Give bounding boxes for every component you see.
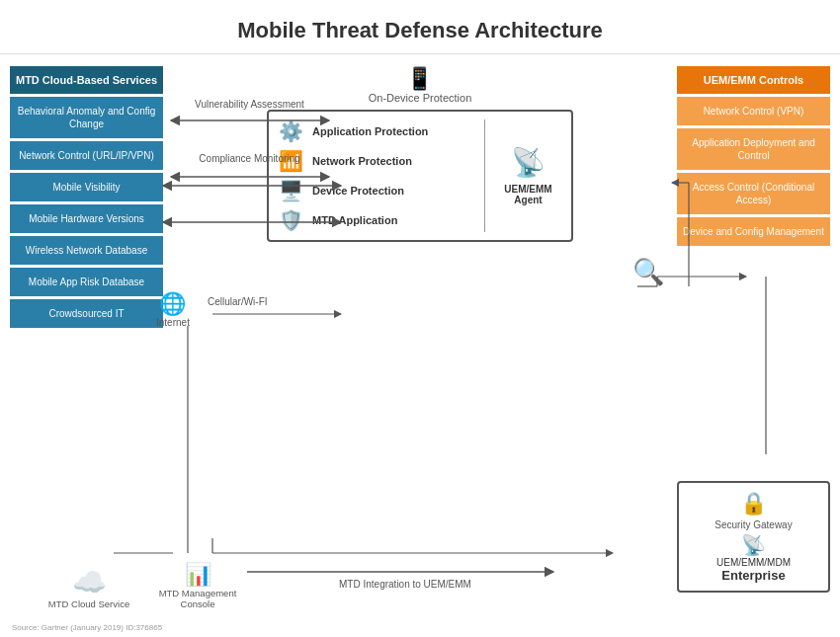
vuln-row: Vulnerability Assessment Compliance Moni… (158, 99, 341, 184)
search-globe-icon: 🔍 (632, 257, 664, 287)
protection-item-3: 🛡️ MTD Application (277, 208, 476, 232)
cloud-service-label: MTD Cloud Service (48, 598, 129, 609)
agent-signal-icon: 📡 (511, 146, 546, 179)
right-panel-item-3: Device and Config Management (677, 217, 830, 246)
wifi-icon-enterprise: 📡 (741, 533, 766, 557)
agent-box: 📡 UEM/EMM Agent (484, 119, 563, 232)
phone-icon: 📱 (406, 66, 433, 92)
left-panel-item-1: Network Control (URL/IP/VPN) (10, 141, 163, 170)
bottom-row: ☁️ MTD Cloud Service 📊 MTD Management Co… (20, 562, 563, 609)
compliance-label: Compliance Monitoring (158, 153, 341, 164)
right-panel-header: UEM/EMM Controls (677, 66, 830, 94)
chart-icon: 📊 (185, 562, 211, 588)
on-device-text: On-Device Protection (369, 92, 472, 104)
prot-label-2: Device Protection (312, 185, 404, 197)
vuln-label: Vulnerability Assessment (158, 99, 341, 110)
page: Mobile Threat Defense Architecture MTD C… (0, 0, 840, 637)
left-panel-item-2: Mobile Visibility (10, 173, 163, 201)
left-panel: MTD Cloud-Based Services Behavioral Anom… (10, 66, 163, 632)
enterprise-box: 🔒 Security Gateway 📡 UEM/EMM/MDM Enterpr… (677, 481, 830, 593)
source-text: Source: Gartner (January 2019) ID:376865 (12, 623, 162, 632)
integration-area: MTD Integration to UEM/EMM (247, 565, 563, 609)
left-panel-item-6: Crowdsourced IT (10, 299, 163, 328)
security-gw-label: Security Gateway (714, 519, 792, 530)
left-panel-header: MTD Cloud-Based Services (10, 66, 163, 94)
cloud-icon: ☁️ (72, 566, 107, 598)
internet-label: Internet (156, 317, 190, 328)
cloud-service-box: ☁️ MTD Cloud Service (40, 566, 138, 609)
right-panel-item-0: Network Control (VPN) (677, 97, 830, 125)
lock-icon: 🔒 (740, 491, 767, 517)
on-device-label: 📱 On-Device Protection (369, 66, 472, 104)
left-panel-item-0: Behavioral Anomaly and Config Change (10, 97, 163, 138)
internet-area: 🌐 Internet (156, 291, 190, 328)
enterprise-label: Enterprise (721, 568, 785, 583)
mgmt-console-box: 📊 MTD Management Console (158, 562, 237, 609)
vuln-arrow-area: Vulnerability Assessment Compliance Moni… (158, 99, 341, 184)
left-panel-item-3: Mobile Hardware Versions (10, 204, 163, 233)
mgmt-console-label: MTD Management Console (158, 588, 237, 609)
shield-icon: 🛡️ (277, 208, 304, 232)
cellular-label: Cellular/Wi-FI (208, 296, 268, 307)
prot-label-3: MTD Application (312, 214, 397, 226)
uem-emm-mdm-label: UEM/EMM/MDM (716, 557, 791, 568)
right-panel-item-2: Access Control (Conditional Access) (677, 173, 830, 214)
right-panel-item-1: Application Deployment and Control (677, 128, 830, 170)
left-panel-item-5: Mobile App Risk Database (10, 268, 163, 296)
internet-globe-icon: 🌐 (159, 291, 186, 317)
agent-label: UEM/EMM Agent (493, 184, 563, 205)
page-title: Mobile Threat Defense Architecture (0, 0, 840, 54)
left-panel-item-4: Wireless Network Database (10, 236, 163, 265)
integration-label: MTD Integration to UEM/EMM (339, 579, 471, 590)
